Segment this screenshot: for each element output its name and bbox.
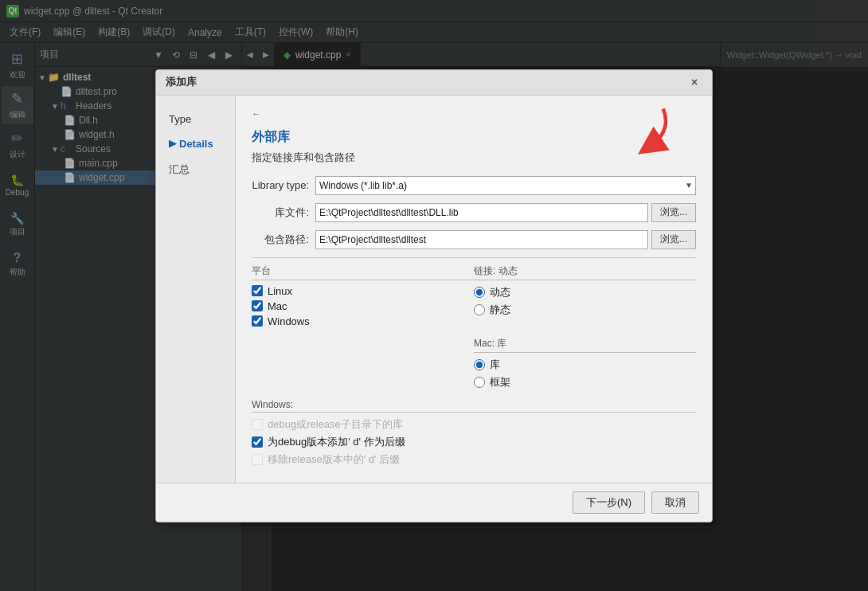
- link-dynamic-radio[interactable]: [474, 287, 485, 298]
- windows-debug-suffix-row[interactable]: 为debug版本添加' d' 作为后缀: [252, 435, 696, 449]
- mac-framework-label: 框架: [490, 375, 510, 389]
- windows-debug-suffix-checkbox[interactable]: [252, 436, 263, 448]
- platform-mac-checkbox[interactable]: [252, 300, 263, 311]
- nav-details-label: Details: [179, 138, 213, 150]
- windows-debug-release-row[interactable]: debug或release子目录下的库: [252, 417, 696, 432]
- nav-type-label: Type: [169, 113, 191, 125]
- library-type-row: Library type: Windows (*.lib lib*.a) ▼: [252, 176, 696, 195]
- dialog-body: Type ▶ Details 汇总 ← 外部库 指定链接库和包含路径: [156, 96, 712, 483]
- mac-lib-row[interactable]: 库: [474, 358, 696, 372]
- platform-title: 平台: [252, 264, 474, 280]
- cancel-btn[interactable]: 取消: [651, 491, 699, 514]
- dialog-back-btn[interactable]: ←: [252, 108, 696, 119]
- library-file-label: 库文件:: [252, 205, 315, 220]
- include-path-label: 包含路径:: [252, 233, 315, 247]
- mac-lib-radio[interactable]: [474, 359, 485, 370]
- back-arrow-icon: ←: [252, 108, 261, 119]
- dialog-nav-details[interactable]: ▶ Details: [162, 133, 229, 155]
- dialog-overlay: 添加库 × Type ▶ Details 汇总: [0, 0, 868, 591]
- library-file-input[interactable]: [315, 203, 648, 222]
- library-file-browse-btn[interactable]: 浏览...: [651, 203, 696, 222]
- include-path-row: 包含路径: 浏览...: [252, 230, 696, 249]
- link-title: 链接: 动态: [474, 264, 696, 280]
- nav-arrow-icon: ▶: [169, 138, 176, 149]
- windows-section: Windows: debug或release子目录下的库 为debug版本添加'…: [252, 399, 696, 467]
- mac-lib-label: 库: [490, 358, 500, 372]
- platform-windows-row[interactable]: Windows: [252, 315, 474, 327]
- dialog-nav-summary[interactable]: 汇总: [162, 158, 229, 182]
- platform-linux-label: Linux: [268, 285, 292, 297]
- link-dynamic-label: 动态: [490, 285, 510, 299]
- include-path-browse-btn[interactable]: 浏览...: [651, 230, 696, 249]
- dialog-section-title: 外部库: [252, 129, 696, 146]
- library-type-label: Library type:: [252, 179, 315, 191]
- library-file-row: 库文件: 浏览...: [252, 203, 696, 222]
- dialog-title: 添加库: [166, 75, 197, 89]
- dialog-titlebar: 添加库 ×: [156, 70, 712, 96]
- dialog-main-content: ← 外部库 指定链接库和包含路径 Library type: Windows (…: [236, 96, 712, 483]
- library-type-select-wrapper: Windows (*.lib lib*.a) ▼: [315, 176, 696, 195]
- dialog-close-btn[interactable]: ×: [686, 74, 702, 90]
- windows-debug-release-checkbox: [252, 419, 263, 430]
- mac-section: Mac: 库 库 框架: [252, 337, 696, 393]
- link-static-radio[interactable]: [474, 304, 485, 315]
- include-path-input[interactable]: [315, 230, 648, 249]
- windows-release-suffix-row[interactable]: 移除release版本中的' d' 后缀: [252, 452, 696, 467]
- platform-link-section: 平台 Linux Mac Windows: [252, 264, 696, 331]
- platform-linux-checkbox[interactable]: [252, 285, 263, 296]
- link-static-row[interactable]: 静态: [474, 303, 696, 317]
- dialog-nav-type[interactable]: Type: [162, 108, 229, 130]
- platform-mac-row[interactable]: Mac: [252, 300, 474, 312]
- section-divider: [252, 257, 696, 258]
- windows-section-title: Windows:: [252, 399, 696, 413]
- mac-spacer: [252, 337, 474, 393]
- platform-windows-checkbox[interactable]: [252, 315, 263, 327]
- platform-linux-row[interactable]: Linux: [252, 285, 474, 297]
- dialog-footer: 下一步(N) 取消: [156, 483, 712, 522]
- link-static-label: 静态: [490, 303, 510, 317]
- mac-col: Mac: 库 库 框架: [474, 337, 696, 393]
- windows-debug-release-label: debug或release子目录下的库: [268, 417, 403, 432]
- library-type-select[interactable]: Windows (*.lib lib*.a): [315, 176, 696, 195]
- link-dynamic-row[interactable]: 动态: [474, 285, 696, 299]
- next-step-btn[interactable]: 下一步(N): [573, 491, 645, 514]
- platform-windows-label: Windows: [268, 315, 310, 327]
- windows-release-suffix-label: 移除release版本中的' d' 后缀: [268, 452, 400, 467]
- platform-mac-label: Mac: [268, 300, 287, 312]
- add-library-dialog: 添加库 × Type ▶ Details 汇总: [155, 69, 713, 523]
- mac-framework-row[interactable]: 框架: [474, 375, 696, 389]
- dialog-sidebar: Type ▶ Details 汇总: [156, 96, 236, 483]
- platform-col: 平台 Linux Mac Windows: [252, 264, 474, 331]
- mac-framework-radio[interactable]: [474, 377, 485, 388]
- mac-title: Mac: 库: [474, 337, 696, 353]
- dialog-subtitle: 指定链接库和包含路径: [252, 151, 696, 165]
- windows-release-suffix-checkbox: [252, 454, 263, 465]
- windows-debug-suffix-label: 为debug版本添加' d' 作为后缀: [268, 435, 405, 449]
- nav-summary-label: 汇总: [169, 162, 190, 177]
- link-col: 链接: 动态 动态 静态: [474, 264, 696, 331]
